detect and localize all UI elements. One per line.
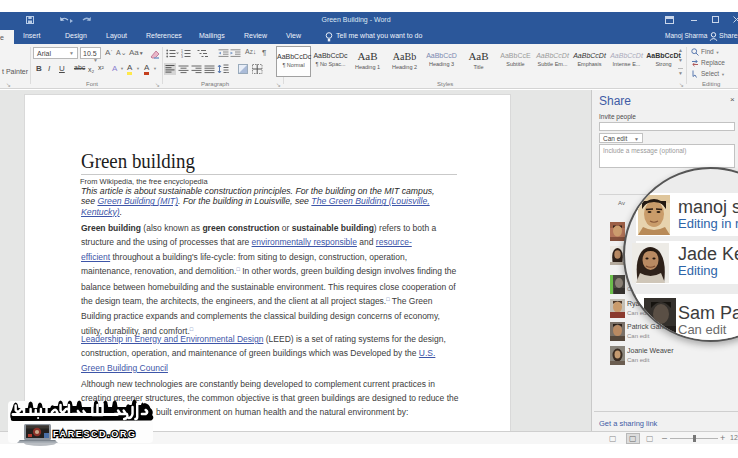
svg-text:3: 3 — [181, 55, 183, 58]
svg-text:FARESCD.ORG: FARESCD.ORG — [53, 429, 137, 439]
